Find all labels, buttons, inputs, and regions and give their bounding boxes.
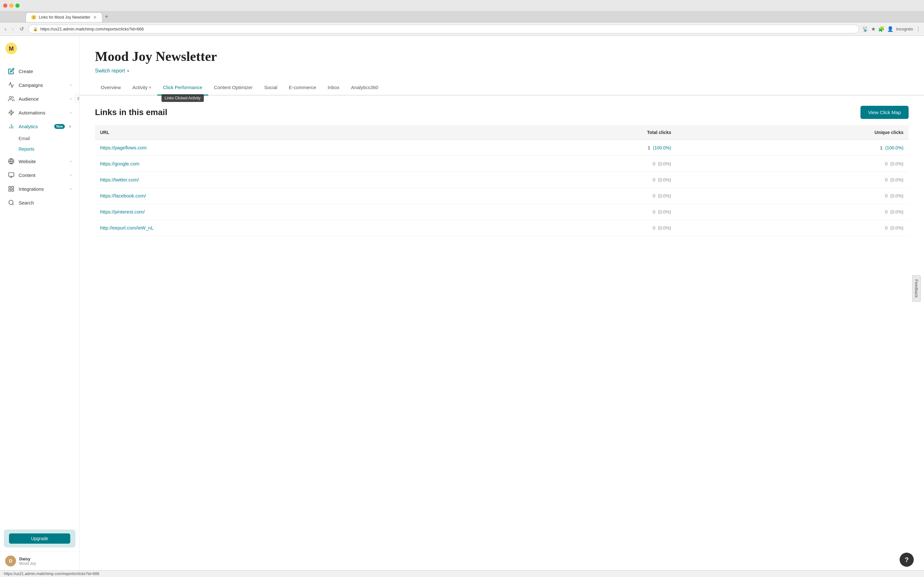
address-bar[interactable]: 🔒 https://us21.admin.mailchimp.com/repor… [28, 25, 859, 33]
sidebar-toggle-button[interactable]: ⊟ [75, 94, 79, 103]
tab-inbox[interactable]: Inbox [322, 80, 345, 95]
view-click-map-button[interactable]: View Click Map [861, 106, 909, 119]
lock-icon: 🔒 [33, 27, 38, 31]
svg-rect-11 [9, 187, 11, 189]
table-cell-unique-clicks: 0 (0.0%) [676, 172, 909, 188]
tab-activity[interactable]: Activity ∨ [127, 80, 158, 95]
unique-clicks-pct: (0.0%) [890, 210, 903, 214]
table-cell-url[interactable]: http://eepurl.com/ieW_nL [95, 220, 473, 236]
svg-rect-12 [12, 187, 14, 189]
close-button[interactable] [3, 3, 7, 8]
tab-click-performance-label: Click Performance [163, 85, 202, 90]
links-table: URL Total clicks Unique clicks https://p… [95, 125, 909, 236]
cast-icon[interactable]: 📡 [862, 26, 869, 32]
table-row: https://twitter.com/ 0 (0.0%) 0 (0.0%) [95, 172, 909, 188]
table-cell-total-clicks: 1 (100.0%) [473, 140, 676, 156]
table-cell-url[interactable]: https://pageflows.com [95, 140, 473, 156]
sidebar-item-content[interactable]: Content › [3, 168, 77, 182]
integrations-chevron-icon: › [70, 187, 71, 191]
table-cell-total-clicks: 0 (0.0%) [473, 156, 676, 172]
bookmark-icon[interactable]: ★ [871, 26, 876, 32]
menu-icon[interactable]: ⋮ [916, 26, 921, 32]
table-header-row: URL Total clicks Unique clicks [95, 125, 909, 140]
back-button[interactable]: ‹ [3, 25, 7, 33]
tab-analytics360[interactable]: Analytics360 [345, 80, 384, 95]
table-cell-url[interactable]: https://google.com [95, 156, 473, 172]
sidebar-item-automations[interactable]: Automations › [3, 106, 77, 119]
unique-clicks-count: 0 [885, 225, 887, 230]
maximize-button[interactable] [15, 3, 19, 8]
table-row: http://eepurl.com/ieW_nL 0 (0.0%) 0 (0.0… [95, 220, 909, 236]
sidebar-logo[interactable]: M [0, 36, 79, 59]
address-url: https://us21.admin.mailchimp.com/reports… [40, 27, 855, 31]
status-bar: https://us21.admin.mailchimp.com/reports… [0, 570, 924, 577]
mailchimp-logo-icon: M [5, 42, 17, 55]
total-clicks-pct: (0.0%) [658, 210, 671, 214]
forward-button[interactable]: › [11, 25, 15, 33]
link-url[interactable]: https://pinterest.com/ [100, 209, 145, 214]
table-cell-url[interactable]: https://twitter.com/ [95, 172, 473, 188]
website-icon [8, 158, 15, 165]
new-tab-button[interactable]: + [102, 13, 111, 20]
table-row: https://pageflows.com 1 (100.0%) 1 (100.… [95, 140, 909, 156]
unique-clicks-pct: (0.0%) [890, 161, 903, 166]
unique-clicks-count: 0 [885, 193, 887, 198]
tab-close-icon[interactable]: ✕ [93, 15, 97, 20]
tab-content-optimizer[interactable]: Content Optimizer [208, 80, 258, 95]
content-chevron-icon: › [70, 173, 71, 177]
tab-click-performance[interactable]: Click Performance Links Clicked Activity [157, 80, 208, 95]
sidebar-item-audience[interactable]: Audience › [3, 92, 77, 105]
sidebar-item-campaigns[interactable]: Campaigns › [3, 78, 77, 92]
total-clicks-count: 0 [653, 209, 655, 214]
section-title: Links in this email [95, 107, 167, 117]
switch-report-button[interactable]: Switch report ∨ [95, 68, 129, 74]
table-row: https://facebook.com/ 0 (0.0%) 0 (0.0%) [95, 188, 909, 204]
link-url[interactable]: https://pageflows.com [100, 145, 147, 150]
table-cell-url[interactable]: https://pinterest.com/ [95, 204, 473, 220]
reload-button[interactable]: ↺ [18, 25, 25, 33]
tab-ecommerce[interactable]: E-commerce [283, 80, 322, 95]
page-title: Mood Joy Newsletter [95, 49, 909, 64]
table-cell-total-clicks: 0 (0.0%) [473, 172, 676, 188]
help-button[interactable]: ? [900, 553, 914, 567]
profile-icon[interactable]: 👤 [887, 26, 893, 32]
extensions-icon[interactable]: 🧩 [878, 26, 885, 32]
feedback-tab[interactable]: Feedback [912, 275, 921, 301]
sidebar-item-label-website: Website [19, 159, 66, 164]
tab-activity-label: Activity [132, 85, 148, 90]
sidebar-item-create[interactable]: Create [3, 64, 77, 78]
help-icon: ? [905, 556, 909, 564]
unique-clicks-pct: (0.0%) [890, 226, 903, 230]
table-cell-url[interactable]: https://facebook.com/ [95, 188, 473, 204]
sidebar-sub-item-reports[interactable]: Reports [3, 144, 77, 154]
sidebar-item-label-automations: Automations [19, 110, 66, 115]
link-url[interactable]: https://facebook.com/ [100, 193, 146, 198]
sidebar-item-label-campaigns: Campaigns [19, 82, 66, 88]
tab-overview[interactable]: Overview [95, 80, 127, 95]
link-url[interactable]: https://google.com [100, 161, 140, 166]
avatar: D [5, 556, 16, 566]
sidebar-item-analytics[interactable]: Analytics New ∧ [3, 119, 77, 133]
browser-tab[interactable]: 🐒 Links for Mood Joy Newsletter ✕ [26, 13, 102, 22]
tab-social[interactable]: Social [258, 80, 283, 95]
total-clicks-pct: (0.0%) [658, 193, 671, 198]
sidebar-item-website[interactable]: Website › [3, 155, 77, 168]
table-row: https://pinterest.com/ 0 (0.0%) 0 (0.0%) [95, 204, 909, 220]
link-url[interactable]: https://twitter.com/ [100, 177, 139, 182]
sidebar-sub-item-email[interactable]: Email [3, 133, 77, 143]
svg-text:M: M [9, 45, 13, 52]
sidebar-item-label-audience: Audience [19, 96, 66, 102]
search-icon [8, 199, 15, 206]
sidebar-item-integrations[interactable]: Integrations › [3, 182, 77, 195]
upgrade-button[interactable]: Upgrade [9, 533, 70, 544]
sidebar-item-search[interactable]: Search [3, 196, 77, 210]
sidebar-item-label-integrations: Integrations [19, 186, 66, 192]
unique-clicks-pct: (0.0%) [890, 177, 903, 182]
page-header: Mood Joy Newsletter Switch report ∨ [79, 36, 924, 80]
link-url[interactable]: http://eepurl.com/ieW_nL [100, 225, 153, 230]
pencil-icon [8, 68, 15, 75]
analytics-icon [8, 123, 15, 130]
table-cell-unique-clicks: 0 (0.0%) [676, 188, 909, 204]
minimize-button[interactable] [9, 3, 13, 8]
incognito-label: Incognito [896, 27, 913, 31]
